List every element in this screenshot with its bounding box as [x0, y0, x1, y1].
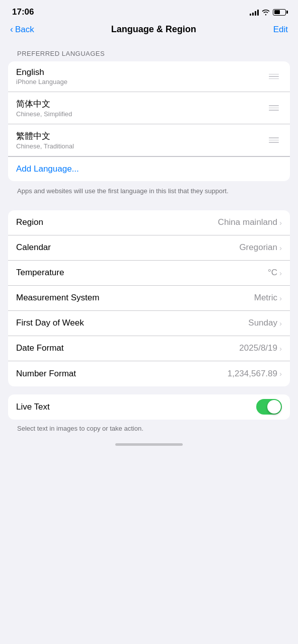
status-time: 17:06 — [12, 7, 34, 17]
wifi-icon — [262, 9, 270, 16]
first-day-label: First Day of Week — [16, 318, 84, 328]
region-value: China mainland — [218, 217, 277, 227]
language-subtitle-traditional: Chinese, Traditional — [16, 142, 74, 150]
edit-button[interactable]: Edit — [273, 25, 288, 35]
date-format-value: 2025/8/19 — [239, 343, 277, 353]
language-subtitle-simplified: Chinese, Simplified — [16, 110, 72, 118]
drag-handle-traditional[interactable] — [266, 135, 282, 145]
status-icons — [250, 9, 286, 16]
signal-icon — [250, 9, 259, 16]
nav-bar: ‹ Back Language & Region Edit — [0, 20, 298, 42]
date-format-row[interactable]: Date Format 2025/8/19 › — [8, 336, 290, 361]
date-format-label: Date Format — [16, 343, 63, 353]
live-text-label: Live Text — [16, 402, 50, 412]
region-chevron-icon: › — [279, 218, 282, 227]
status-bar: 17:06 — [0, 0, 298, 20]
date-format-chevron-icon: › — [279, 344, 282, 353]
calendar-chevron-icon: › — [279, 244, 282, 252]
measurement-row[interactable]: Measurement System Metric › — [8, 286, 290, 311]
first-day-row[interactable]: First Day of Week Sunday › — [8, 311, 290, 336]
battery-icon — [273, 9, 286, 16]
region-label: Region — [16, 217, 43, 227]
language-name-english: English — [16, 67, 67, 77]
number-format-chevron-icon: › — [279, 369, 282, 378]
temperature-row[interactable]: Temperature °C › — [8, 261, 290, 286]
drag-handle-simplified[interactable] — [266, 103, 282, 113]
language-subtitle-english: iPhone Language — [16, 78, 67, 86]
live-text-row: Live Text — [8, 394, 290, 420]
live-text-card: Live Text — [8, 394, 290, 420]
language-name-simplified: 简体中文 — [16, 98, 72, 110]
back-button[interactable]: ‹ Back — [10, 24, 34, 35]
number-format-value: 1,234,567.89 — [228, 369, 277, 379]
calendar-label: Calendar — [16, 243, 51, 253]
language-row-traditional-chinese[interactable]: 繁體中文 Chinese, Traditional — [8, 124, 290, 156]
measurement-chevron-icon: › — [279, 294, 282, 302]
region-row[interactable]: Region China mainland › — [8, 210, 290, 235]
live-text-note: Select text in images to copy or take ac… — [0, 420, 298, 434]
languages-card: English iPhone Language 简体中文 Chinese, Si… — [8, 61, 290, 181]
settings-card: Region China mainland › Calendar Gregori… — [8, 210, 290, 386]
preferred-languages-label: PREFERRED LANGUAGES — [0, 42, 298, 61]
number-format-row[interactable]: Number Format 1,234,567.89 › — [8, 361, 290, 386]
first-day-chevron-icon: › — [279, 319, 282, 328]
languages-footer-note: Apps and websites will use the first lan… — [0, 181, 298, 206]
add-language-button[interactable]: Add Language... — [8, 156, 290, 181]
first-day-value: Sunday — [248, 318, 277, 328]
language-row-simplified-chinese[interactable]: 简体中文 Chinese, Simplified — [8, 92, 290, 124]
back-label: Back — [15, 25, 34, 35]
live-text-toggle[interactable] — [256, 399, 282, 415]
number-format-label: Number Format — [16, 369, 76, 379]
calendar-row[interactable]: Calendar Gregorian › — [8, 235, 290, 261]
measurement-value: Metric — [254, 293, 277, 303]
temperature-label: Temperature — [16, 268, 64, 278]
language-row-english[interactable]: English iPhone Language — [8, 61, 290, 92]
page-title: Language & Region — [111, 24, 196, 35]
temperature-value: °C — [268, 268, 277, 278]
temperature-chevron-icon: › — [279, 269, 282, 277]
measurement-label: Measurement System — [16, 293, 99, 303]
calendar-value: Gregorian — [239, 243, 277, 253]
home-indicator — [115, 443, 183, 446]
back-chevron-icon: ‹ — [10, 24, 13, 35]
language-name-traditional: 繁體中文 — [16, 130, 74, 142]
toggle-knob — [267, 400, 281, 414]
drag-handle-english[interactable] — [266, 72, 282, 82]
